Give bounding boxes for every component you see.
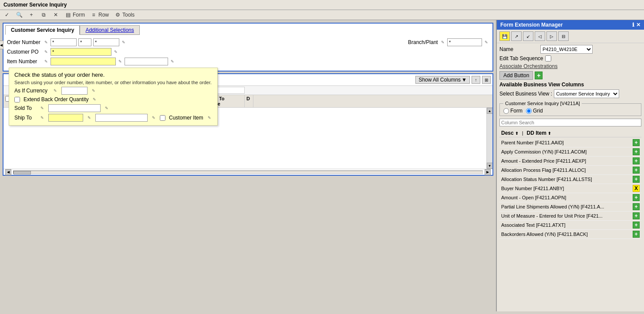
- customer-po-input[interactable]: [51, 48, 111, 56]
- fem-next-btn[interactable]: ▷: [546, 31, 557, 41]
- fem-associate-orchestrations-link[interactable]: Associate Orchestrations: [499, 63, 557, 69]
- sold-to-input[interactable]: [48, 104, 101, 112]
- col-header-dd[interactable]: DD Item ⬆: [527, 130, 551, 136]
- ship-to-search-icon[interactable]: ✎: [87, 115, 92, 120]
- scroll-down-button[interactable]: ▼: [487, 163, 493, 169]
- fem-export-btn[interactable]: ↗: [511, 31, 522, 41]
- add-button[interactable]: +: [28, 11, 35, 18]
- col-add-button[interactable]: +: [633, 167, 640, 174]
- fem-info-icon[interactable]: ℹ: [632, 22, 634, 28]
- fem-header-icons: ℹ ✕: [632, 22, 641, 28]
- fem-layout-btn[interactable]: ⊟: [558, 31, 569, 41]
- ship-to-input[interactable]: [48, 114, 83, 122]
- sold-to-search-icon[interactable]: ✎: [104, 106, 109, 111]
- col-list-item-name: Buyer Number [F4211.ANBY]: [501, 186, 633, 191]
- fem-import-btn[interactable]: ↙: [523, 31, 533, 41]
- tab-customer-service-inquiry[interactable]: Customer Service Inquiry: [5, 25, 80, 35]
- col-add-button[interactable]: +: [633, 194, 640, 201]
- branch-plant-search-icon[interactable]: ✎: [484, 40, 489, 45]
- col-add-button[interactable]: +: [633, 157, 640, 164]
- item-number-label: Item Number: [7, 58, 42, 65]
- item-number-edit2-icon[interactable]: ✎: [170, 59, 175, 64]
- show-all-columns-button[interactable]: Show All Columns ▼: [415, 76, 470, 84]
- vertical-scrollbar[interactable]: ▲ ▼: [486, 108, 492, 169]
- ship-to-edit2-icon[interactable]: ✎: [151, 115, 156, 120]
- col-header-desc[interactable]: Desc ⬆: [501, 130, 519, 136]
- as-if-currency-search-icon[interactable]: ✎: [91, 88, 96, 93]
- order-number-edit-icon[interactable]: ✎: [44, 40, 49, 45]
- copy-button[interactable]: ⧉: [40, 11, 47, 18]
- delete-button[interactable]: ✕: [52, 11, 59, 18]
- branch-plant-edit-icon[interactable]: ✎: [440, 40, 445, 45]
- order-number-search-icon[interactable]: ✎: [121, 40, 126, 45]
- fem-name-select[interactable]: P4210_W4210E: [540, 45, 593, 54]
- side-collapse-arrow[interactable]: ◀: [0, 41, 3, 49]
- form-menu[interactable]: ▤ Form: [64, 11, 85, 18]
- item-number-input1[interactable]: [51, 58, 116, 65]
- col-add-button[interactable]: +: [633, 222, 640, 229]
- scroll-up-button[interactable]: ▲: [487, 108, 493, 114]
- tools-menu[interactable]: ⚙ Tools: [114, 11, 135, 18]
- extend-back-edit-icon[interactable]: ✎: [92, 97, 97, 102]
- col-list-item: Unit of Measure - Entered for Unit Price…: [499, 212, 641, 221]
- customer-po-edit-icon[interactable]: ✎: [44, 49, 49, 55]
- ship-to-label: Ship To: [14, 115, 36, 121]
- tab-additional-selections[interactable]: Additional Selections: [80, 25, 139, 35]
- col-list-item-name: Partial Line Shipments Allowed (Y/N) [F4…: [501, 204, 633, 209]
- as-if-currency-label: As If Currency: [14, 88, 49, 94]
- as-if-currency-edit-icon[interactable]: ✎: [53, 88, 58, 93]
- fem-add-button-row: Add Button +: [499, 71, 641, 80]
- fem-close-icon[interactable]: ✕: [636, 22, 641, 28]
- col-add-button[interactable]: +: [633, 231, 640, 238]
- item-number-input2[interactable]: [125, 58, 168, 65]
- customer-item-checkbox[interactable]: [160, 115, 165, 121]
- as-if-currency-input[interactable]: [61, 87, 88, 95]
- save-button[interactable]: ✓: [3, 11, 10, 18]
- form-content: Order Number ✎ ✎ Branch/Plant ✎ ✎ Custom…: [5, 37, 491, 69]
- grid-export-icon[interactable]: ↑: [472, 76, 480, 84]
- fem-radio-row: Form Grid: [503, 108, 637, 114]
- add-icon: +: [28, 11, 35, 18]
- col-add-button[interactable]: +: [633, 176, 640, 183]
- branch-plant-input[interactable]: [447, 38, 482, 46]
- ship-to-input2[interactable]: [95, 114, 148, 122]
- item-number-search-icon[interactable]: ✎: [118, 59, 123, 64]
- item-number-edit-icon[interactable]: ✎: [44, 59, 49, 64]
- col-remove-button[interactable]: X: [633, 185, 640, 192]
- fem-add-plus-icon[interactable]: +: [535, 72, 543, 79]
- header-d[interactable]: D: [245, 95, 253, 107]
- col-add-button[interactable]: +: [633, 203, 640, 210]
- row-menu[interactable]: ≡ Row: [90, 11, 109, 18]
- hscroll-thumb[interactable]: [13, 171, 31, 174]
- order-number-input2[interactable]: [78, 38, 91, 46]
- col-add-button[interactable]: +: [633, 139, 640, 146]
- grid-settings-icon[interactable]: ⊞: [482, 76, 491, 84]
- title-bar: Customer Service Inquiry: [0, 0, 644, 10]
- fem-add-button[interactable]: Add Button: [499, 71, 533, 80]
- order-number-input1[interactable]: [51, 38, 77, 46]
- customer-po-search-icon[interactable]: ✎: [113, 49, 118, 55]
- search-button[interactable]: 🔍: [16, 11, 23, 18]
- fem-prev-btn[interactable]: ◁: [535, 31, 545, 41]
- hscroll-track[interactable]: [13, 171, 483, 174]
- horizontal-scrollbar[interactable]: ◀ ▶: [3, 169, 492, 175]
- customer-item-edit-icon[interactable]: ✎: [207, 115, 212, 120]
- fem-radio-form-label[interactable]: Form: [503, 108, 523, 114]
- fem-edit-tab-checkbox[interactable]: [545, 55, 551, 61]
- fem-radio-grid[interactable]: [526, 108, 532, 114]
- extend-back-checkbox[interactable]: [14, 97, 20, 102]
- ship-to-edit-icon[interactable]: ✎: [40, 115, 45, 120]
- fem-radio-form[interactable]: [503, 108, 509, 114]
- scroll-right-button[interactable]: ▶: [485, 169, 491, 175]
- col-list-item: Amount - Open [F4211.AOPN]+: [499, 193, 641, 202]
- column-search-input[interactable]: [499, 119, 641, 126]
- fem-save-btn[interactable]: 💾: [499, 31, 510, 41]
- sold-to-edit-icon[interactable]: ✎: [40, 106, 45, 111]
- col-add-button[interactable]: +: [633, 148, 640, 155]
- order-number-input3[interactable]: [93, 38, 119, 46]
- scroll-left-button[interactable]: ◀: [5, 169, 11, 175]
- fem-radio-grid-label[interactable]: Grid: [526, 108, 543, 114]
- fem-bv-select[interactable]: Customer Service Inquiry: [554, 89, 619, 98]
- fem-title: Form Extension Manager: [500, 22, 563, 28]
- col-add-button[interactable]: +: [633, 212, 640, 219]
